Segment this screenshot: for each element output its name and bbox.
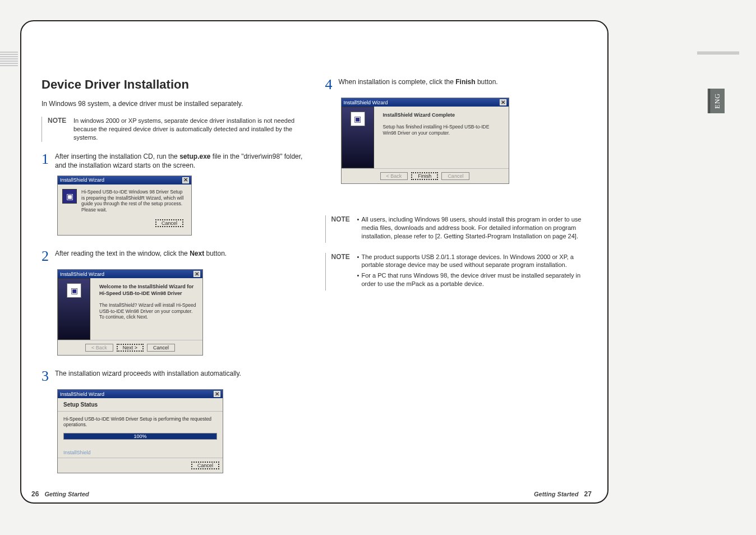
footer-left: 26 Getting Started [31,490,89,498]
step-4: 4 When installation is complete, click t… [325,77,588,92]
note-item: All users, including Windows 98 users, s… [357,215,588,241]
step-text: The installation wizard proceeds with in… [55,369,304,384]
note-label: NOTE [331,253,352,290]
note-body: In windows 2000 or XP systems, separate … [73,117,304,142]
step-1: 1 After inserting the installation CD, r… [42,152,304,170]
wizard-welcome-heading: Welcome to the InstallShield Wizard for … [99,284,198,297]
close-icon[interactable]: ✕ [182,177,189,183]
step-number: 3 [42,369,55,384]
installshield-brand: InstallShield [58,448,223,458]
step-number: 2 [42,249,55,264]
note-label: NOTE [48,117,68,142]
step-text: After inserting the installation CD, run… [55,152,304,170]
wizard-complete-body: Setup has finished installing Hi-Speed U… [383,124,504,136]
wizard-titlebar: InstallShield Wizard ✕ [58,390,223,398]
back-button: < Back [380,172,408,180]
wizard-welcome-body: The InstallShield? Wizard will install H… [99,302,198,320]
wizard-window-progress: InstallShield Wizard ✕ Setup Status Hi-S… [57,389,223,473]
text: After reading the text in the window, cl… [55,250,190,257]
wizard-window-welcome: InstallShield Wizard ✕ ▣ Welcome to the … [57,269,203,356]
next-button[interactable]: Next > [117,344,144,352]
text: When installation is complete, click the [339,78,456,86]
page-number: 27 [584,490,591,498]
wizard-window-complete: InstallShield Wizard ✕ ▣ InstallShield W… [341,98,509,184]
page-title: Device Driver Installation [42,77,304,92]
back-button: < Back [85,344,113,352]
text: After inserting the installation CD, run… [55,153,179,160]
wizard-title: InstallShield Wizard [60,271,104,277]
wizard-titlebar: InstallShield Wizard ✕ [342,98,509,107]
finish-button[interactable]: Finish [411,172,438,180]
section-name: Getting Started [44,491,89,497]
wizard-titlebar: InstallShield Wizard ✕ [58,176,191,185]
close-icon[interactable]: ✕ [214,391,220,397]
close-icon[interactable]: ✕ [193,271,200,277]
wizard-window-preparing: InstallShield Wizard ✕ ▣ Hi-Speed USB-to… [57,176,192,236]
cancel-button: Cancel [441,172,469,180]
wizard-side-graphic: ▣ [342,107,374,168]
step-number: 4 [325,77,339,92]
cancel-button[interactable]: Cancel [155,219,183,227]
page-spread: Device Driver Installation In Windows 98… [20,20,609,504]
binding-decor-left [0,52,18,66]
progress-value: 100% [64,433,216,439]
binding-decor-right [697,52,739,63]
wizard-title: InstallShield Wizard [60,177,104,183]
text: button. [204,250,227,257]
button-name: Next [190,250,204,257]
filename: setup.exe [179,153,210,160]
note-label: NOTE [331,215,352,243]
note-box-top: NOTE In windows 2000 or XP systems, sepa… [42,117,304,142]
text: button. [476,78,498,86]
language-label: ENG [713,93,722,109]
step-number: 1 [42,152,55,170]
note-item: For a PC that runs Windows 98, the devic… [357,271,588,288]
step-text: After reading the text in the window, cl… [55,249,304,264]
wizard-titlebar: InstallShield Wizard ✕ [58,270,202,278]
language-tab: ENG [708,89,725,113]
step-3: 3 The installation wizard proceeds with … [42,369,304,384]
note-box-2: NOTE The product supports USB 2.0/1.1 st… [325,253,588,290]
installer-icon: ▣ [62,189,77,204]
footer-right: Getting Started 27 [534,490,592,498]
page-number: 26 [31,490,39,498]
intro-text: In Windows 98 system, a device driver mu… [42,100,304,108]
step-2: 2 After reading the text in the window, … [42,249,304,264]
note-item: The product supports USB 2.0/1.1 storage… [357,253,588,270]
setup-status-heading: Setup Status [58,398,223,412]
button-name: Finish [455,78,475,86]
cancel-button[interactable]: Cancel [191,462,219,469]
close-icon[interactable]: ✕ [500,99,506,105]
step-text: When installation is complete, click the… [339,77,588,92]
wizard-complete-heading: InstallShield Wizard Complete [383,112,504,118]
section-name: Getting Started [534,491,578,497]
cancel-button[interactable]: Cancel [147,344,175,352]
left-page: Device Driver Installation In Windows 98… [42,77,304,476]
right-page: 4 When installation is complete, click t… [325,77,588,476]
wizard-preparing-text: Hi-Speed USB-to-IDE Windows 98 Driver Se… [81,189,187,213]
status-line: Hi-Speed USB-to-IDE Win98 Driver Setup i… [63,416,217,427]
wizard-title: InstallShield Wizard [344,100,388,105]
note-box-1: NOTE All users, including Windows 98 use… [325,215,588,243]
progress-bar: 100% [63,433,217,440]
wizard-title: InstallShield Wizard [60,391,104,397]
wizard-side-graphic: ▣ [58,278,90,340]
